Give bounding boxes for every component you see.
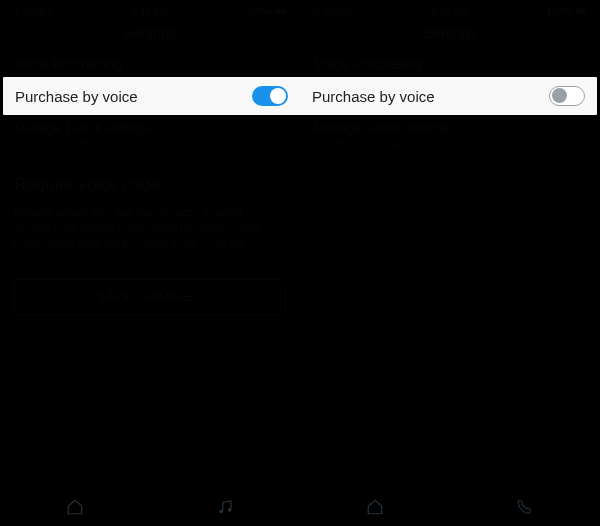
- nav-row: Settings: [0, 18, 300, 46]
- svg-rect-2: [576, 9, 586, 14]
- row-manage-1click[interactable]: Manage 1-click settings: [300, 114, 600, 137]
- status-carrier: ul Sketch: [12, 6, 53, 17]
- battery-icon: [276, 7, 288, 15]
- purchase-by-voice-row-left: Purchase by voice: [3, 77, 300, 115]
- purchase-by-voice-row-right: Purchase by voice: [300, 77, 597, 115]
- nav-row: Settings: [300, 18, 600, 46]
- phone-icon[interactable]: [516, 498, 534, 516]
- svg-rect-0: [276, 9, 286, 14]
- voice-purchasing-header: Voice Purchasing: [0, 46, 300, 76]
- row-manage-1click[interactable]: Manage 1-click settings: [0, 114, 300, 137]
- status-bar: ul Sketch 9:41 AM 100%: [300, 0, 600, 18]
- back-icon[interactable]: [12, 25, 26, 39]
- status-battery: 100%: [246, 6, 272, 17]
- purchase-by-voice-label: Purchase by voice: [15, 88, 138, 105]
- status-battery: 100%: [546, 6, 572, 17]
- page-title: Settings: [423, 24, 477, 41]
- row-manage-1click-sub: Mobile: www.amazon.com/myx: [0, 137, 300, 157]
- battery-icon: [576, 7, 588, 15]
- svg-point-5: [228, 508, 231, 511]
- highlighted-row: Purchase by voice Purchase by voice: [3, 77, 597, 115]
- svg-rect-1: [286, 10, 287, 13]
- voice-purchasing-header: Voice Purchasing: [300, 46, 600, 76]
- status-bar: ul Sketch 9:41 AM 100%: [0, 0, 300, 18]
- save-changes-button[interactable]: SAVE CHANGES: [14, 279, 286, 315]
- status-carrier: ul Sketch: [312, 6, 353, 17]
- svg-rect-3: [586, 10, 587, 13]
- page-title: Settings: [123, 24, 177, 41]
- purchase-by-voice-toggle-on[interactable]: [252, 86, 288, 106]
- purchase-by-voice-label: Purchase by voice: [312, 88, 435, 105]
- status-time: 9:41 AM: [431, 6, 468, 17]
- purchase-by-voice-toggle-off[interactable]: [549, 86, 585, 106]
- music-icon[interactable]: [216, 498, 234, 516]
- back-icon[interactable]: [312, 25, 326, 39]
- home-icon[interactable]: [66, 498, 84, 516]
- require-voice-code-header: Require voice code: [0, 157, 300, 203]
- status-time: 9:41 AM: [131, 6, 168, 17]
- require-voice-code-desc: Prevent people who use your Amazon-enabl…: [0, 203, 280, 267]
- home-icon[interactable]: [366, 498, 384, 516]
- svg-point-4: [220, 510, 223, 513]
- row-manage-1click-sub: Mobile: www.amazon.com/myx: [300, 137, 600, 157]
